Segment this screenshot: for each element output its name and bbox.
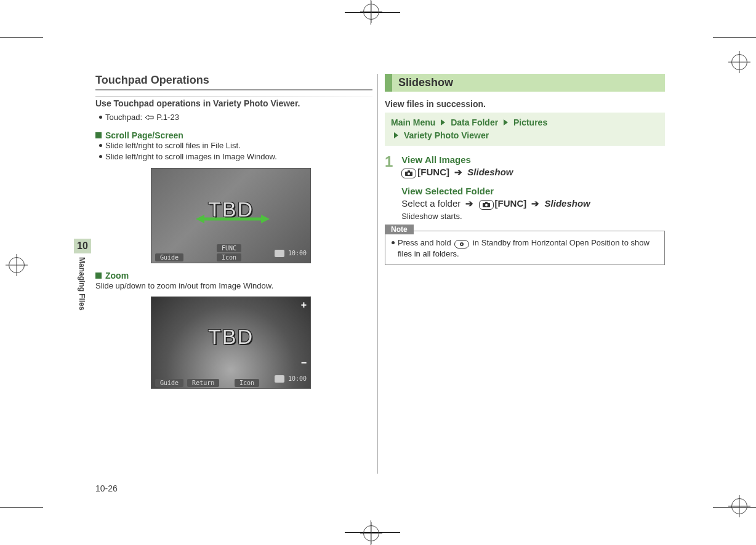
slideshow-action: Slideshow (545, 198, 590, 209)
softkey-return: Return (187, 379, 219, 387)
note-tag: Note (385, 225, 414, 234)
camera-button-icon (401, 169, 416, 178)
svg-marker-2 (261, 215, 270, 223)
right-lead: View files in succession. (385, 99, 665, 109)
touchpad-ref-label: Touchpad: (105, 113, 142, 122)
page-number: 10-26 (95, 483, 118, 493)
chevron-right-icon (394, 132, 398, 138)
note-box: Note Press and hold in Standby from Hori… (385, 231, 665, 265)
select-folder-text: Select a folder (401, 198, 460, 209)
svg-point-8 (485, 204, 488, 207)
func-label: [FUNC] (495, 198, 527, 209)
zoom-subhead: Zoom (95, 271, 372, 280)
step-1: 1 View All Images [FUNC] ➔ Slideshow Vie… (385, 154, 665, 221)
arrow-right-icon: ➔ (531, 198, 539, 209)
svg-rect-7 (485, 202, 488, 204)
softkey-func: FUNC (217, 244, 241, 252)
chapter-label: Managing Files (74, 253, 90, 311)
nav-variety-photo-viewer: Variety Photo Viewer (404, 130, 489, 140)
chevron-right-icon (441, 119, 445, 125)
menu-path: Main Menu Data Folder Pictures Variety P… (385, 113, 665, 146)
plus-icon: + (301, 300, 307, 311)
view-selected-folder-title: View Selected Folder (401, 186, 590, 196)
softkey-guide: Guide (155, 379, 183, 387)
clock-text: 10:00 (288, 250, 307, 257)
softkey-bar: Guide FUNC Icon 10:00 (151, 245, 310, 263)
chapter-tab: 10 Managing Files (74, 239, 91, 311)
touchpad-ref-page: P.1-23 (156, 113, 179, 122)
view-selected-action: Select a folder ➔ [FUNC] ➔ Slideshow (401, 198, 590, 210)
slideshow-banner: Slideshow (385, 74, 665, 92)
slideshow-starts: Slideshow starts. (401, 212, 590, 221)
svg-marker-1 (196, 215, 204, 223)
manual-page: 10 Managing Files Touchpad Operations Us… (55, 43, 708, 498)
camera-icon (275, 375, 284, 383)
screenshot-zoom: + − TBD Guide Return Icon 10:00 (151, 296, 311, 389)
note-text-a: Press and hold (398, 238, 451, 247)
scroll-heading-text: Scroll Page/Screen (105, 130, 183, 140)
note-bullet: Press and hold in Standby from Horizonta… (392, 237, 658, 260)
svg-rect-4 (408, 170, 410, 172)
tbd-overlay: TBD (208, 325, 254, 349)
square-bullet-icon (95, 132, 102, 138)
minus-icon: − (301, 357, 307, 368)
clock-text: 10:00 (288, 375, 307, 382)
view-all-action: [FUNC] ➔ Slideshow (401, 167, 590, 178)
nav-data-folder: Data Folder (451, 117, 498, 127)
nav-main-menu: Main Menu (391, 117, 435, 127)
side-key-icon (454, 240, 469, 249)
section-heading: Touchpad Operations (95, 74, 372, 90)
scroll-bullet-1: Slide left/right to scroll files in File… (99, 140, 372, 151)
camera-button-icon (479, 200, 494, 210)
square-bullet-icon (95, 272, 102, 279)
touchpad-ref: Touchpad: P.1-23 (99, 112, 372, 123)
softkey-icon: Icon (235, 379, 259, 387)
zoom-heading-text: Zoom (105, 271, 129, 280)
scroll-subhead: Scroll Page/Screen (95, 130, 372, 140)
right-column: Slideshow View files in succession. Main… (385, 74, 665, 265)
arrow-right-icon: ➔ (454, 167, 462, 178)
chevron-right-icon (504, 119, 508, 125)
nav-pictures: Pictures (513, 117, 547, 127)
view-all-images-title: View All Images (401, 154, 590, 165)
camera-icon (275, 250, 284, 257)
column-divider (377, 74, 378, 474)
slideshow-action: Slideshow (467, 167, 513, 177)
step-number: 1 (385, 154, 393, 221)
func-label: [FUNC] (417, 167, 449, 177)
softkey-guide: Guide (155, 253, 183, 261)
scroll-bullet-2: Slide left/right to scroll images in Ima… (99, 151, 372, 162)
scroll-arrow-icon (196, 213, 270, 225)
pointer-icon (145, 113, 157, 122)
zoom-body: Slide up/down to zoom in/out from Image … (95, 280, 372, 292)
svg-point-10 (461, 244, 462, 245)
screenshot-scroll: TBD Guide FUNC Icon 10:00 (151, 168, 311, 263)
arrow-right-icon: ➔ (465, 198, 473, 209)
softkey-bar: Guide Return Icon 10:00 (151, 371, 310, 388)
svg-point-5 (408, 173, 410, 175)
rule (95, 97, 372, 97)
left-column: Touchpad Operations Use Touchpad operati… (95, 74, 372, 394)
softkey-icon: Icon (217, 253, 241, 261)
chapter-number: 10 (74, 239, 91, 253)
lead-text: Use Touchpad operations in Variety Photo… (95, 98, 372, 108)
